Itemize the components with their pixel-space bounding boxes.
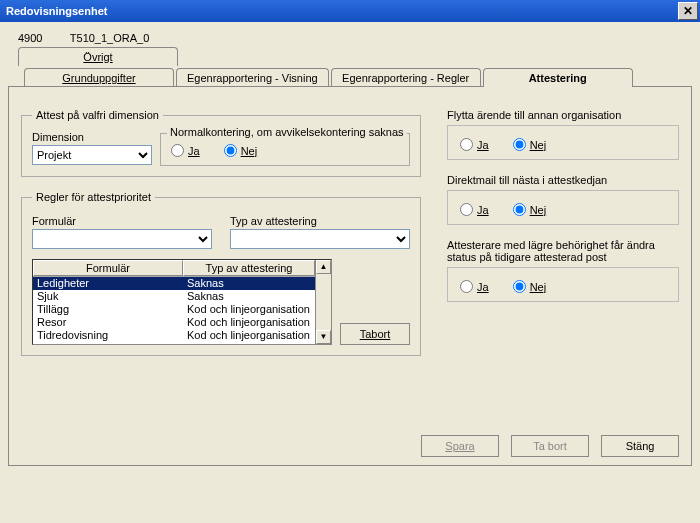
header-typ[interactable]: Typ av attestering bbox=[183, 260, 315, 276]
tab-attestering[interactable]: Attestering bbox=[483, 68, 633, 87]
normalkontering-ja-radio[interactable] bbox=[171, 144, 184, 157]
direktmail-nej[interactable]: Nej bbox=[513, 203, 547, 216]
lagre-ja[interactable]: Ja bbox=[460, 280, 489, 293]
header-formular[interactable]: Formulär bbox=[33, 260, 183, 276]
cell-typ: Kod och linjeorganisation bbox=[183, 316, 315, 329]
cell-typ: Saknas bbox=[183, 290, 315, 303]
tab-egenrapportering-regler[interactable]: Egenrapportering - Regler bbox=[331, 68, 481, 87]
flytta-nej-radio[interactable] bbox=[513, 138, 526, 151]
direktmail-ja-radio[interactable] bbox=[460, 203, 473, 216]
lagre-ja-radio[interactable] bbox=[460, 280, 473, 293]
header-line: 4900 T510_1_ORA_0 bbox=[18, 32, 690, 44]
listview-scrollbar[interactable]: ▲ ▼ bbox=[315, 260, 331, 344]
stang-button[interactable]: Stäng bbox=[601, 435, 679, 457]
typ-select[interactable] bbox=[230, 229, 410, 249]
flytta-nej[interactable]: Nej bbox=[513, 138, 547, 151]
normalkontering-legend: Normalkontering, om avvikelsekontering s… bbox=[167, 126, 407, 138]
lagre-nej[interactable]: Nej bbox=[513, 280, 547, 293]
normalkontering-ja[interactable]: Ja bbox=[171, 144, 200, 157]
flytta-ja-radio[interactable] bbox=[460, 138, 473, 151]
flytta-group: Ja Nej bbox=[447, 125, 679, 160]
direktmail-label: Direktmail till nästa i attestkedjan bbox=[447, 174, 679, 186]
close-button[interactable]: ✕ bbox=[678, 2, 698, 20]
attest-dimension-group: Attest på valfri dimension Dimension Pro… bbox=[21, 109, 421, 177]
formular-label: Formulär bbox=[32, 215, 212, 227]
direktmail-group: Ja Nej bbox=[447, 190, 679, 225]
org-name: T510_1_ORA_0 bbox=[70, 32, 150, 44]
scroll-down-icon[interactable]: ▼ bbox=[316, 330, 331, 344]
listview-header: Formulär Typ av attestering bbox=[33, 260, 315, 277]
tab-ovrigt[interactable]: Övrigt bbox=[18, 47, 178, 66]
scroll-up-icon[interactable]: ▲ bbox=[316, 260, 331, 274]
flytta-label: Flytta ärende till annan organisation bbox=[447, 109, 679, 121]
title-bar: Redovisningsenhet ✕ bbox=[0, 0, 700, 22]
org-code: 4900 bbox=[18, 32, 42, 44]
tab-panel: Attest på valfri dimension Dimension Pro… bbox=[8, 86, 692, 466]
cell-formular: Tillägg bbox=[33, 303, 183, 316]
table-row[interactable]: ResorKod och linjeorganisation bbox=[33, 316, 315, 329]
cell-formular: Sjuk bbox=[33, 290, 183, 303]
cell-typ: Saknas bbox=[183, 277, 315, 290]
cell-formular: Ledigheter bbox=[33, 277, 183, 290]
attest-dimension-legend: Attest på valfri dimension bbox=[32, 109, 163, 121]
table-row[interactable]: TidredovisningKod och linjeorganisation bbox=[33, 329, 315, 342]
table-row[interactable]: SjukSaknas bbox=[33, 290, 315, 303]
close-icon: ✕ bbox=[683, 4, 693, 18]
dimension-label: Dimension bbox=[32, 131, 152, 143]
table-row[interactable]: TilläggKod och linjeorganisation bbox=[33, 303, 315, 316]
regler-group: Regler för attestprioritet Formulär Typ … bbox=[21, 191, 421, 356]
regler-legend: Regler för attestprioritet bbox=[32, 191, 155, 203]
cell-typ: Kod och linjeorganisation bbox=[183, 303, 315, 316]
window-title: Redovisningsenhet bbox=[6, 5, 107, 17]
spara-button[interactable]: Spara bbox=[421, 435, 499, 457]
tab-grunduppgifter[interactable]: Grunduppgifter bbox=[24, 68, 174, 87]
regler-listview[interactable]: Formulär Typ av attestering LedigheterSa… bbox=[32, 259, 332, 345]
cell-typ: Kod och linjeorganisation bbox=[183, 329, 315, 342]
lagre-group: Ja Nej bbox=[447, 267, 679, 302]
typ-label: Typ av attestering bbox=[230, 215, 410, 227]
footer-tabort-button[interactable]: Ta bort bbox=[511, 435, 589, 457]
flytta-ja[interactable]: Ja bbox=[460, 138, 489, 151]
lagre-nej-radio[interactable] bbox=[513, 280, 526, 293]
cell-formular: Tidredovisning bbox=[33, 329, 183, 342]
tab-egenrapportering-visning[interactable]: Egenrapportering - Visning bbox=[176, 68, 329, 87]
lagre-label: Attesterare med lägre behörighet får änd… bbox=[447, 239, 679, 263]
direktmail-ja[interactable]: Ja bbox=[460, 203, 489, 216]
normalkontering-nej[interactable]: Nej bbox=[224, 144, 258, 157]
cell-formular: Resor bbox=[33, 316, 183, 329]
normalkontering-nej-radio[interactable] bbox=[224, 144, 237, 157]
normalkontering-group: Normalkontering, om avvikelsekontering s… bbox=[160, 133, 410, 166]
formular-select[interactable] bbox=[32, 229, 212, 249]
direktmail-nej-radio[interactable] bbox=[513, 203, 526, 216]
table-row[interactable]: LedigheterSaknas bbox=[33, 277, 315, 290]
dimension-select[interactable]: Projekt bbox=[32, 145, 152, 165]
tabort-button[interactable]: Tabort bbox=[340, 323, 410, 345]
